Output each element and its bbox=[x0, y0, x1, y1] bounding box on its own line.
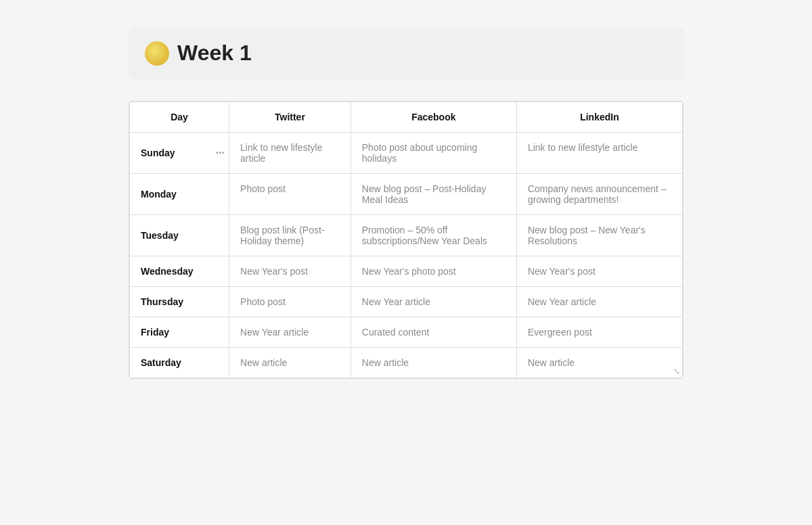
cell-day: Wednesday bbox=[130, 256, 229, 287]
cell-twitter: New Year's post bbox=[229, 256, 351, 287]
table-row: MondayPhoto postNew blog post – Post-Hol… bbox=[130, 174, 683, 215]
week-header: Week 1 bbox=[129, 27, 683, 79]
cell-linkedin: Link to new lifestyle article bbox=[516, 133, 682, 174]
table-header-row: Day Twitter Facebook LinkedIn bbox=[130, 102, 683, 133]
table-row: Sunday···Link to new lifestyle articlePh… bbox=[130, 133, 683, 174]
more-options-button[interactable]: ··· bbox=[216, 147, 225, 159]
cell-day: Thursday bbox=[130, 287, 229, 317]
week-icon bbox=[145, 41, 169, 66]
table-row: ThursdayPhoto postNew Year articleNew Ye… bbox=[130, 287, 683, 317]
schedule-table: Day Twitter Facebook LinkedIn Sunday···L… bbox=[129, 101, 683, 378]
table-row: WednesdayNew Year's postNew Year's photo… bbox=[130, 256, 683, 287]
cell-twitter: Photo post bbox=[229, 287, 351, 317]
cell-facebook: New blog post – Post-Holiday Meal Ideas bbox=[351, 174, 516, 215]
cell-linkedin: Company news announcement – growing depa… bbox=[516, 174, 682, 215]
col-header-linkedin: LinkedIn bbox=[516, 102, 682, 133]
cell-twitter: New Year article bbox=[229, 317, 351, 348]
cell-linkedin: New Year's post bbox=[516, 256, 682, 287]
cell-facebook: Promotion – 50% off subscriptions/New Ye… bbox=[351, 215, 516, 256]
cell-facebook: New Year article bbox=[351, 287, 516, 317]
cell-facebook: New Year's photo post bbox=[351, 256, 516, 287]
cell-facebook: Photo post about upcoming holidays bbox=[351, 133, 516, 174]
cell-day: Tuesday bbox=[130, 215, 229, 256]
col-header-day: Day bbox=[130, 102, 229, 133]
cell-day: Saturday bbox=[130, 348, 229, 378]
cell-linkedin: New article bbox=[516, 348, 682, 378]
cell-linkedin: Evergreen post bbox=[516, 317, 682, 348]
cell-facebook: Curated content bbox=[351, 317, 516, 348]
cell-linkedin: New blog post – New Year's Resolutions bbox=[516, 215, 682, 256]
cell-twitter: Photo post bbox=[229, 174, 351, 215]
cell-day: Monday bbox=[130, 174, 229, 215]
week-title: Week 1 bbox=[177, 41, 252, 66]
schedule-table-wrapper: Day Twitter Facebook LinkedIn Sunday···L… bbox=[129, 101, 683, 379]
cell-day: Friday bbox=[130, 317, 229, 348]
cell-twitter: New article bbox=[229, 348, 351, 378]
cell-twitter: Link to new lifestyle article bbox=[229, 133, 351, 174]
table-row: SaturdayNew articleNew articleNew articl… bbox=[130, 348, 683, 378]
table-row: FridayNew Year articleCurated contentEve… bbox=[130, 317, 683, 348]
cell-linkedin: New Year article bbox=[516, 287, 682, 317]
cell-twitter: Blog post link (Post-Holiday theme) bbox=[229, 215, 351, 256]
col-header-twitter: Twitter bbox=[229, 102, 351, 133]
table-row: TuesdayBlog post link (Post-Holiday them… bbox=[130, 215, 683, 256]
cell-day: Sunday··· bbox=[130, 133, 229, 174]
page-container: Week 1 Day Twitter Facebook LinkedIn Sun… bbox=[129, 27, 683, 379]
col-header-facebook: Facebook bbox=[351, 102, 516, 133]
resize-handle-icon[interactable]: ⤡ bbox=[673, 367, 680, 375]
cell-facebook: New article bbox=[351, 348, 516, 378]
